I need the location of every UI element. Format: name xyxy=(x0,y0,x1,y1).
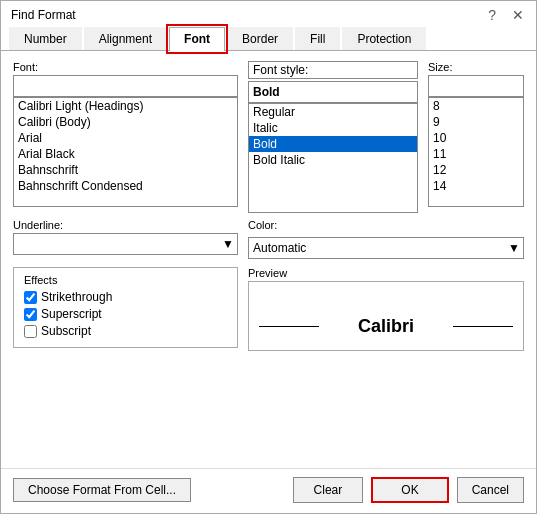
list-item[interactable]: Bahnschrift Condensed xyxy=(14,178,237,194)
style-label: Font style: xyxy=(248,61,418,79)
underline-label: Underline: xyxy=(13,219,238,231)
preview-line-right xyxy=(453,326,513,327)
preview-box: Calibri xyxy=(248,281,524,351)
title-bar-controls: ? ✕ xyxy=(484,7,528,23)
preview-line-left xyxy=(259,326,319,327)
tab-alignment[interactable]: Alignment xyxy=(84,27,167,50)
font-column: Font: Calibri Light (Headings) Calibri (… xyxy=(13,61,238,213)
list-item[interactable]: 10 xyxy=(429,130,523,146)
preview-label: Preview xyxy=(248,267,524,279)
superscript-label: Superscript xyxy=(41,307,102,321)
list-item[interactable]: Bold Italic xyxy=(249,152,417,168)
find-format-dialog: Find Format ? ✕ Number Alignment Font Bo… xyxy=(0,0,537,514)
list-item[interactable]: Italic xyxy=(249,120,417,136)
color-select[interactable]: Automatic xyxy=(248,237,524,259)
strikethrough-row: Strikethrough xyxy=(24,290,227,304)
strikethrough-label: Strikethrough xyxy=(41,290,112,304)
clear-button[interactable]: Clear xyxy=(293,477,364,503)
style-current-value: Bold xyxy=(248,81,418,103)
preview-text: Calibri xyxy=(358,316,414,337)
color-select-wrapper: Automatic ▼ xyxy=(248,237,524,259)
effects-title: Effects xyxy=(24,274,227,286)
underline-select-wrapper: ▼ xyxy=(13,233,238,255)
style-list[interactable]: Regular Italic Bold Bold Italic xyxy=(248,103,418,213)
title-bar: Find Format ? ✕ xyxy=(1,1,536,23)
tab-content: Font: Calibri Light (Headings) Calibri (… xyxy=(1,51,536,464)
list-item[interactable]: Bahnschrift xyxy=(14,162,237,178)
cancel-button[interactable]: Cancel xyxy=(457,477,524,503)
preview-lines: Calibri xyxy=(259,316,513,337)
font-list[interactable]: Calibri Light (Headings) Calibri (Body) … xyxy=(13,97,238,207)
choose-format-button[interactable]: Choose Format From Cell... xyxy=(13,478,191,502)
underline-column: Underline: ▼ xyxy=(13,219,238,259)
font-input[interactable] xyxy=(13,75,238,97)
list-item[interactable]: 12 xyxy=(429,162,523,178)
tab-fill[interactable]: Fill xyxy=(295,27,340,50)
list-item[interactable]: 8 xyxy=(429,98,523,114)
tab-border[interactable]: Border xyxy=(227,27,293,50)
list-item[interactable]: Calibri Light (Headings) xyxy=(14,98,237,114)
bottom-bar: Choose Format From Cell... Clear OK Canc… xyxy=(1,468,536,513)
strikethrough-checkbox[interactable] xyxy=(24,291,37,304)
preview-column: Preview Calibri xyxy=(248,267,524,351)
subscript-checkbox[interactable] xyxy=(24,325,37,338)
underline-select[interactable] xyxy=(13,233,238,255)
color-label: Color: xyxy=(248,219,524,231)
underline-color-row: Underline: ▼ Color: Automatic ▼ xyxy=(13,219,524,259)
color-column: Color: Automatic ▼ xyxy=(248,219,524,259)
style-column: Font style: Bold Regular Italic Bold Bol… xyxy=(248,61,418,213)
list-item-bold[interactable]: Bold xyxy=(249,136,417,152)
list-item[interactable]: 11 xyxy=(429,146,523,162)
close-button[interactable]: ✕ xyxy=(508,7,528,23)
superscript-row: Superscript xyxy=(24,307,227,321)
list-item[interactable]: Calibri (Body) xyxy=(14,114,237,130)
list-item[interactable]: Regular xyxy=(249,104,417,120)
bottom-left: Choose Format From Cell... xyxy=(13,478,191,502)
effects-box: Effects Strikethrough Superscript Subscr… xyxy=(13,267,238,348)
size-list[interactable]: 8 9 10 11 12 14 xyxy=(428,97,524,207)
list-item[interactable]: 9 xyxy=(429,114,523,130)
subscript-row: Subscript xyxy=(24,324,227,338)
size-column: Size: 8 9 10 11 12 14 xyxy=(428,61,524,213)
dialog-title: Find Format xyxy=(11,8,76,22)
subscript-label: Subscript xyxy=(41,324,91,338)
superscript-checkbox[interactable] xyxy=(24,308,37,321)
tab-protection[interactable]: Protection xyxy=(342,27,426,50)
action-buttons: Clear OK Cancel xyxy=(293,477,524,503)
list-item[interactable]: Arial xyxy=(14,130,237,146)
effects-column: Effects Strikethrough Superscript Subscr… xyxy=(13,267,238,351)
list-item[interactable]: Arial Black xyxy=(14,146,237,162)
tab-number[interactable]: Number xyxy=(9,27,82,50)
effects-preview-row: Effects Strikethrough Superscript Subscr… xyxy=(13,267,524,351)
list-item[interactable]: 14 xyxy=(429,178,523,194)
ok-button[interactable]: OK xyxy=(371,477,448,503)
font-row: Font: Calibri Light (Headings) Calibri (… xyxy=(13,61,524,213)
size-label: Size: xyxy=(428,61,524,73)
font-label: Font: xyxy=(13,61,238,73)
tab-font[interactable]: Font xyxy=(169,27,225,51)
size-input[interactable] xyxy=(428,75,524,97)
tab-bar: Number Alignment Font Border Fill Protec… xyxy=(1,27,536,51)
help-button[interactable]: ? xyxy=(484,7,500,23)
